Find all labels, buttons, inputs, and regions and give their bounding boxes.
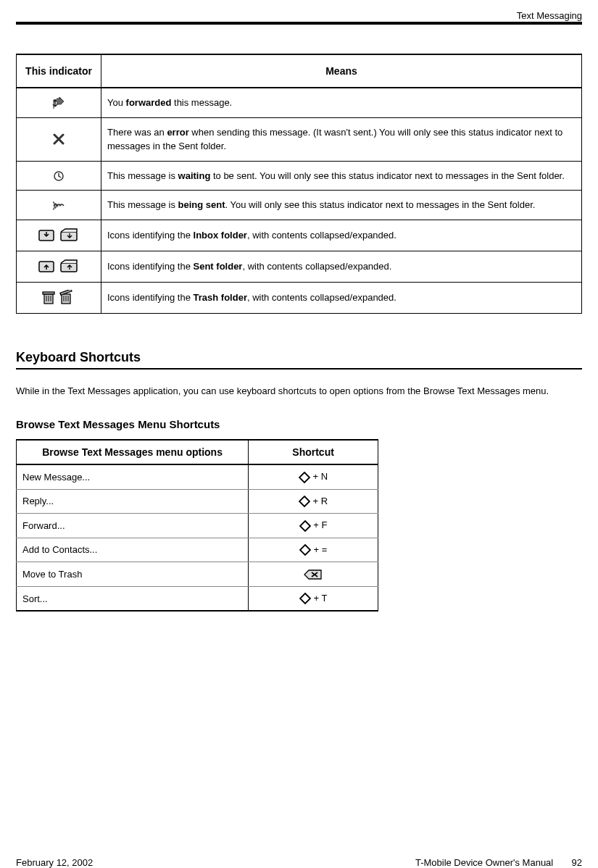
- desc-text: You: [107, 97, 126, 108]
- shortcut-key: + =: [314, 544, 328, 555]
- table-row: Reply... + R: [17, 489, 378, 514]
- table-row: New Message... + N: [17, 464, 378, 489]
- shortcuts-col2: Shortcut: [249, 440, 378, 464]
- table-row: Forward... + F: [17, 514, 378, 538]
- shortcuts-table: Browse Text Messages menu options Shortc…: [16, 439, 378, 612]
- shortcut-key: + T: [313, 593, 327, 604]
- diamond-icon: [299, 544, 311, 556]
- footer-date: February 12, 2002: [16, 857, 93, 868]
- shortcut-option: Move to Trash: [17, 562, 249, 587]
- delete-key-icon: [304, 569, 323, 580]
- shortcuts-intro: While in the Text Messages application, …: [16, 384, 582, 398]
- table-row: Icons identifying the Inbox folder, with…: [17, 220, 582, 251]
- desc-bold: forwarded: [126, 97, 172, 108]
- sent-folder-icons: [38, 259, 80, 275]
- inbox-folder-icons: [38, 228, 80, 243]
- desc-text: , with contents collapsed/expanded.: [247, 230, 396, 241]
- indicator-table: This indicator Means You forwarded this …: [16, 54, 582, 314]
- desc-bold: being sent: [178, 199, 225, 210]
- desc-text: There was an: [107, 127, 167, 138]
- desc-text: Icons identifying the: [107, 230, 194, 241]
- diamond-icon: [299, 472, 310, 483]
- shortcut-option: Sort...: [17, 586, 249, 611]
- table-row: Move to Trash: [17, 562, 378, 587]
- shortcuts-col1: Browse Text Messages menu options: [17, 440, 249, 464]
- footer-page: 92: [572, 857, 582, 868]
- desc-text: , with contents collapsed/expanded.: [242, 261, 391, 272]
- shortcut-option: Forward...: [17, 514, 249, 538]
- indicator-table-col2: Means: [101, 54, 582, 88]
- diamond-icon: [299, 593, 311, 604]
- shortcut-option: Reply...: [17, 489, 249, 514]
- shortcut-option: Add to Contacts...: [17, 538, 249, 562]
- shortcut-key: + F: [313, 519, 327, 530]
- desc-bold: waiting: [178, 170, 211, 181]
- desc-bold: Inbox folder: [194, 230, 247, 241]
- table-row: Icons identifying the Sent folder, with …: [17, 251, 582, 282]
- svg-rect-6: [43, 292, 54, 294]
- table-row: Add to Contacts... + =: [17, 538, 378, 562]
- desc-text: . You will only see this status indicato…: [225, 199, 536, 210]
- header-section-label: Text Messaging: [517, 10, 582, 21]
- desc-text: Icons identifying the: [107, 292, 194, 303]
- svg-rect-4: [61, 263, 77, 272]
- shortcut-key: + R: [313, 496, 328, 506]
- shortcut-option: New Message...: [17, 464, 249, 489]
- table-row: This message is being sent. You will onl…: [17, 191, 582, 220]
- diamond-icon: [299, 496, 310, 507]
- indicator-table-col1: This indicator: [17, 54, 101, 88]
- desc-text: Icons identifying the: [107, 261, 194, 272]
- shortcut-key: + N: [313, 471, 328, 482]
- shortcuts-sub-heading: Browse Text Messages Menu Shortcuts: [16, 418, 582, 430]
- desc-bold: error: [167, 127, 188, 138]
- footer: February 12, 2002 T-Mobile Device Owner'…: [16, 857, 582, 868]
- table-row: You forwarded this message.: [17, 88, 582, 117]
- page: Text Messaging This indicator Means You: [0, 22, 598, 868]
- diamond-icon: [299, 520, 311, 532]
- error-icon: [53, 133, 65, 145]
- table-row: There was an error when sending this mes…: [17, 117, 582, 161]
- desc-text: This message is: [107, 170, 178, 181]
- desc-bold: Sent folder: [194, 261, 243, 272]
- table-row: This message is waiting to be sent. You …: [17, 161, 582, 191]
- trash-folder-icons: [41, 290, 76, 306]
- table-row: Sort... + T: [17, 586, 378, 611]
- desc-bold: Trash folder: [194, 292, 247, 303]
- desc-text: this message.: [171, 97, 232, 108]
- desc-text: to be sent. You will only see this statu…: [210, 170, 565, 181]
- sending-icon: [52, 201, 65, 211]
- desc-text: , with contents collapsed/expanded.: [247, 292, 396, 303]
- svg-rect-2: [61, 232, 77, 241]
- desc-text: This message is: [107, 199, 178, 210]
- top-rule: Text Messaging: [16, 22, 582, 25]
- shortcuts-heading: Keyboard Shortcuts: [16, 350, 582, 370]
- table-row: Icons identifying the Trash folder, with…: [17, 282, 582, 313]
- waiting-icon: [53, 170, 65, 182]
- forwarded-icon: [52, 97, 65, 109]
- footer-title: T-Mobile Device Owner's Manual: [415, 857, 553, 868]
